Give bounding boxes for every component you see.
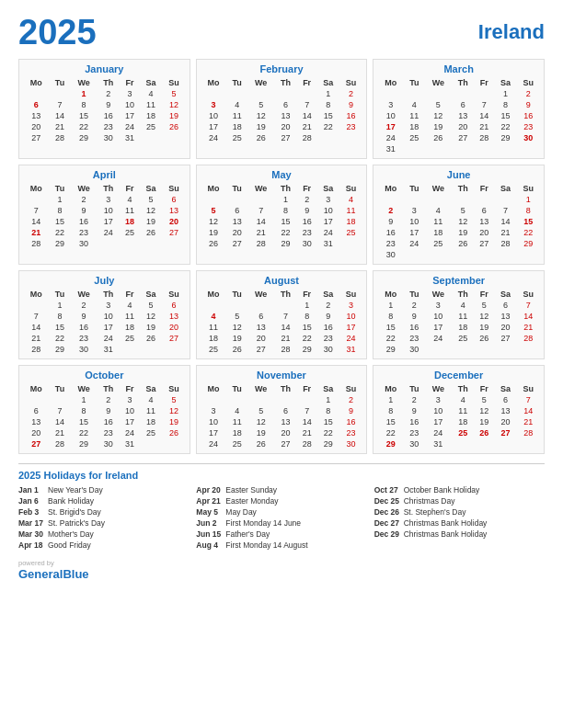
calendar-day: 11: [339, 205, 362, 216]
calendar-day: 1: [377, 300, 404, 311]
calendar-day: [201, 300, 227, 311]
calendar-day: [494, 249, 516, 260]
calendar-day: 13: [226, 216, 247, 227]
day-header: Fr: [474, 183, 494, 194]
calendar-day: 22: [494, 121, 516, 132]
footer: powered by GeneralBlue: [18, 559, 545, 581]
calendar-day: 27: [474, 238, 494, 249]
calendar-day: 11: [425, 216, 452, 227]
month-table: MoTuWeThFrSaSu12345678910111213141516171…: [201, 183, 363, 249]
calendar-day: [452, 249, 474, 260]
month-table: MoTuWeThFrSaSu12345678910111213141516171…: [23, 383, 186, 449]
month-block-october: OctoberMoTuWeThFrSaSu1234567891011121314…: [18, 365, 190, 454]
day-header: Sa: [494, 383, 516, 394]
month-table: MoTuWeThFrSaSu12345678910111213141516171…: [377, 77, 540, 154]
day-header: Su: [517, 77, 540, 88]
calendar-day: 16: [70, 322, 97, 333]
day-header: Sa: [317, 289, 339, 300]
holiday-date: Mar 30: [18, 529, 44, 539]
calendar-day: 12: [247, 416, 274, 427]
day-header: Fr: [297, 383, 317, 394]
calendar-day: [404, 249, 425, 260]
calendar-day: 7: [474, 99, 494, 110]
calendar-day: 13: [23, 416, 50, 427]
calendar-day: 2: [297, 194, 317, 205]
calendar-day: 12: [425, 110, 452, 121]
calendar-day: 15: [70, 110, 97, 121]
calendar-day: 23: [377, 238, 404, 249]
calendar-day: 2: [404, 394, 425, 405]
month-table: MoTuWeThFrSaSu12345678910111213141516171…: [201, 77, 363, 143]
calendar-day: 13: [494, 405, 516, 416]
month-name: December: [377, 370, 540, 381]
calendar-day: 16: [339, 110, 362, 121]
month-table: MoTuWeThFrSaSu12345678910111213141516171…: [201, 289, 363, 355]
calendar-day: 18: [404, 121, 425, 132]
holiday-item: Mar 17St. Patrick's Day: [18, 518, 189, 528]
footer-powered: powered by: [18, 559, 545, 567]
calendar-day: 11: [404, 110, 425, 121]
calendar-day: 26: [247, 438, 274, 449]
day-header: Fr: [120, 183, 140, 194]
day-header: Tu: [50, 383, 71, 394]
holiday-date: Aug 4: [196, 540, 222, 550]
calendar-day: 6: [162, 194, 185, 205]
day-header: Sa: [494, 183, 516, 194]
holiday-date: Dec 27: [374, 518, 400, 528]
calendar-day: 15: [70, 416, 97, 427]
calendar-day: 19: [425, 121, 452, 132]
day-header: Su: [517, 383, 540, 394]
calendar-day: 20: [274, 121, 296, 132]
day-header: Fr: [297, 289, 317, 300]
calendar-day: 27: [452, 132, 474, 143]
calendar-day: 30: [404, 344, 425, 355]
calendar-day: 14: [297, 110, 317, 121]
calendar-day: 23: [70, 333, 97, 344]
calendar-day: 28: [494, 238, 516, 249]
day-header: Sa: [317, 183, 339, 194]
calendar-day: 13: [452, 110, 474, 121]
calendar-day: 17: [404, 227, 425, 238]
month-block-january: JanuaryMoTuWeThFrSaSu1234567891011121314…: [18, 59, 190, 159]
calendar-day: 6: [226, 205, 247, 216]
month-table: MoTuWeThFrSaSu12345678910111213141516171…: [377, 289, 540, 355]
calendar-day: [120, 238, 140, 249]
calendar-day: 21: [517, 416, 540, 427]
month-block-december: DecemberMoTuWeThFrSaSu123456789101112131…: [373, 365, 545, 454]
calendar-day: 28: [23, 238, 50, 249]
day-header: Tu: [226, 77, 247, 88]
month-block-april: AprilMoTuWeThFrSaSu123456789101112131415…: [18, 165, 190, 265]
holiday-date: Jun 15: [196, 529, 222, 539]
calendar-day: 1: [517, 194, 540, 205]
calendar-day: 24: [120, 427, 140, 438]
calendar-day: 27: [23, 132, 50, 143]
calendar-day: [494, 194, 516, 205]
calendar-day: 6: [452, 99, 474, 110]
calendar-day: 27: [226, 238, 247, 249]
calendar-day: 28: [274, 344, 296, 355]
calendar-day: 14: [23, 322, 50, 333]
calendar-day: 23: [317, 333, 339, 344]
day-header: Sa: [140, 383, 162, 394]
day-header: Su: [339, 289, 362, 300]
calendar-day: 28: [517, 333, 540, 344]
calendar-day: 12: [247, 110, 274, 121]
calendar-day: 3: [377, 99, 404, 110]
holiday-name: New Year's Day: [48, 485, 103, 495]
calendar-day: 9: [404, 311, 425, 322]
calendar-day: 31: [98, 344, 120, 355]
calendar-day: 9: [339, 99, 362, 110]
day-header: Fr: [474, 77, 494, 88]
calendar-day: 19: [247, 427, 274, 438]
calendar-day: 1: [50, 300, 71, 311]
calendar-day: [140, 344, 162, 355]
holiday-item: Oct 27October Bank Holiday: [374, 485, 545, 495]
day-header: Fr: [120, 383, 140, 394]
calendar-day: 2: [98, 394, 120, 405]
calendar-day: 5: [226, 311, 247, 322]
calendar-day: [339, 238, 362, 249]
calendar-day: 9: [70, 311, 97, 322]
calendar-day: 14: [50, 416, 71, 427]
calendar-day: 28: [247, 238, 274, 249]
holiday-item: Feb 3St. Brigid's Day: [18, 507, 189, 517]
